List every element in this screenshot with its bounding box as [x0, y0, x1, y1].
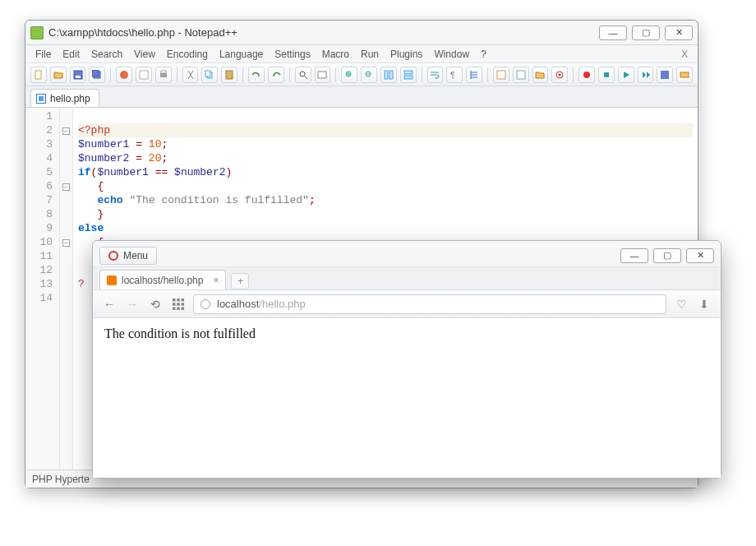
back-button[interactable]: ← — [101, 296, 118, 312]
downloads-button[interactable]: ⬇ — [696, 296, 712, 312]
svg-rect-13 — [318, 72, 326, 78]
url-path: /hello.php — [259, 298, 305, 310]
bookmark-button[interactable]: ♡ — [673, 296, 689, 312]
tab-label: hello.php — [50, 93, 90, 104]
speed-dial-button[interactable] — [170, 296, 187, 312]
cut-button[interactable] — [182, 67, 199, 83]
redo-button[interactable] — [268, 67, 284, 83]
sync-h-button[interactable] — [400, 67, 417, 83]
folder-workspace-button[interactable] — [532, 67, 549, 83]
record-macro-button[interactable] — [579, 67, 595, 83]
svg-rect-2 — [76, 76, 81, 78]
tab-hello-php[interactable]: hello.php — [30, 89, 99, 107]
opera-menu-button[interactable]: Menu — [99, 247, 157, 265]
func-list-button[interactable] — [493, 67, 509, 83]
play-macro-button[interactable] — [618, 67, 634, 83]
editor-tabstrip: hello.php — [25, 86, 698, 108]
svg-point-5 — [120, 71, 128, 79]
menu-edit[interactable]: Edit — [58, 47, 85, 62]
svg-rect-19 — [404, 76, 413, 79]
close-all-button[interactable] — [136, 67, 152, 83]
svg-rect-11 — [226, 71, 233, 79]
toolbar: ¶ — [25, 63, 698, 86]
fold-gutter[interactable]: − − − — [60, 108, 73, 470]
minimize-button[interactable]: — — [620, 248, 648, 263]
reload-button[interactable]: ⟲ — [147, 296, 164, 312]
svg-rect-21 — [497, 71, 505, 79]
svg-rect-22 — [517, 71, 525, 79]
site-info-icon[interactable] — [201, 299, 210, 309]
svg-rect-17 — [390, 71, 393, 79]
save-all-button[interactable] — [89, 67, 105, 83]
menu-help[interactable]: ? — [476, 47, 491, 62]
indent-guide-button[interactable] — [466, 67, 482, 83]
open-file-button[interactable] — [50, 67, 67, 83]
maximize-button[interactable]: ▢ — [653, 248, 681, 263]
print-button[interactable] — [155, 67, 172, 83]
zoom-in-button[interactable] — [341, 67, 357, 83]
doc-map-button[interactable] — [513, 67, 529, 83]
svg-rect-28 — [680, 72, 689, 77]
find-button[interactable] — [295, 67, 311, 83]
tab-close-icon[interactable]: × — [213, 275, 219, 286]
svg-rect-8 — [161, 71, 166, 73]
sync-v-button[interactable] — [380, 67, 397, 83]
notepadpp-icon — [30, 26, 44, 39]
menu-run[interactable]: Run — [356, 47, 384, 62]
svg-point-12 — [300, 72, 305, 76]
svg-rect-16 — [385, 71, 388, 79]
opera-logo-icon — [108, 251, 118, 261]
svg-rect-32 — [173, 303, 176, 306]
svg-rect-34 — [182, 303, 185, 306]
paste-button[interactable] — [221, 67, 237, 83]
menubar-close-icon[interactable]: X — [676, 47, 693, 62]
svg-rect-37 — [182, 307, 185, 310]
copy-button[interactable] — [201, 67, 218, 83]
svg-rect-30 — [177, 298, 180, 302]
new-tab-button[interactable]: + — [231, 273, 249, 289]
menu-plugins[interactable]: Plugins — [385, 47, 427, 62]
address-bar[interactable]: localhost/hello.php — [193, 294, 666, 314]
menu-settings[interactable]: Settings — [270, 47, 315, 62]
tab-localhost-hello[interactable]: localhost/hello.php × — [99, 270, 226, 289]
forward-button[interactable]: → — [124, 296, 141, 312]
undo-button[interactable] — [248, 67, 265, 83]
svg-rect-6 — [140, 71, 148, 79]
svg-rect-35 — [173, 307, 176, 310]
monitoring-button[interactable] — [551, 67, 568, 83]
page-content: The condition is not fulfilled — [93, 318, 721, 478]
svg-rect-27 — [661, 71, 669, 79]
save-macro-button[interactable] — [657, 67, 673, 83]
opera-window: Menu — ▢ ✕ localhost/hello.php × + ← → ⟲… — [92, 240, 721, 479]
zoom-out-button[interactable] — [361, 67, 377, 83]
menu-file[interactable]: File — [30, 47, 56, 62]
wordwrap-button[interactable] — [427, 67, 444, 83]
opera-titlebar[interactable]: Menu — ▢ ✕ — [93, 241, 721, 267]
menu-window[interactable]: Window — [429, 47, 474, 62]
svg-text:¶: ¶ — [450, 71, 454, 80]
menu-encoding[interactable]: Encoding — [162, 47, 213, 62]
menu-view[interactable]: View — [129, 47, 160, 62]
file-icon — [36, 94, 46, 104]
play-multi-button[interactable] — [638, 67, 654, 83]
menu-search[interactable]: Search — [86, 47, 127, 62]
show-all-chars-button[interactable]: ¶ — [446, 67, 463, 83]
replace-button[interactable] — [315, 67, 331, 83]
minimize-button[interactable]: — — [599, 25, 627, 40]
xampp-icon — [107, 275, 117, 285]
npp-titlebar[interactable]: C:\xampp\htdocs\hello.php - Notepad++ — … — [25, 21, 698, 45]
svg-rect-0 — [35, 71, 41, 79]
close-button[interactable]: ✕ — [686, 248, 714, 263]
menu-language[interactable]: Language — [214, 47, 268, 62]
save-button[interactable] — [70, 67, 86, 83]
browser-navbar: ← → ⟲ localhost/hello.php ♡ ⬇ — [93, 290, 721, 318]
new-file-button[interactable] — [30, 67, 47, 83]
toolbar-extra-button[interactable] — [676, 67, 693, 83]
menu-macro[interactable]: Macro — [317, 47, 354, 62]
svg-rect-7 — [160, 73, 167, 77]
close-button[interactable]: ✕ — [665, 25, 693, 40]
stop-macro-button[interactable] — [598, 67, 615, 83]
close-file-button[interactable] — [116, 67, 132, 83]
maximize-button[interactable]: ▢ — [632, 25, 660, 40]
url-host: localhost — [217, 298, 259, 310]
